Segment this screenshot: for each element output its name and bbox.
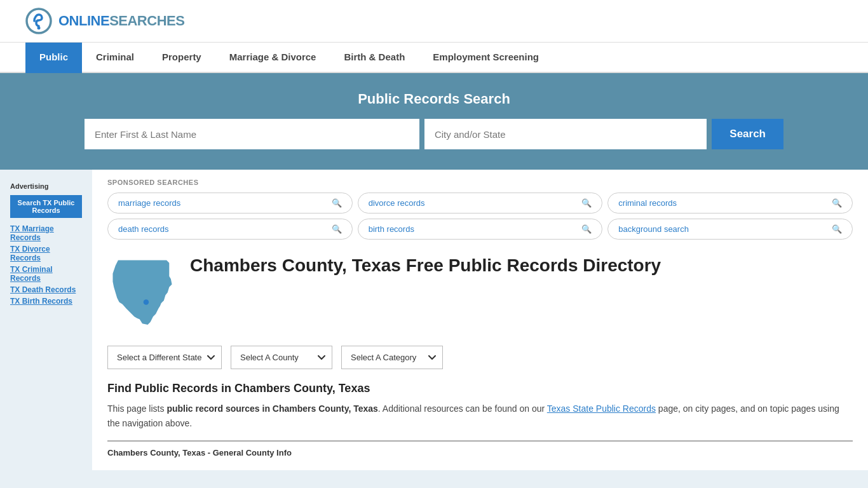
tag-divorce-records[interactable]: divorce records 🔍 — [358, 193, 603, 214]
search-button[interactable]: Search — [712, 119, 783, 149]
page-title: Chambers County, Texas Free Public Recor… — [190, 255, 661, 276]
name-input[interactable] — [85, 119, 419, 149]
state-dropdown[interactable]: Select a Different State — [107, 346, 222, 369]
tag-birth-records[interactable]: birth records 🔍 — [358, 219, 603, 240]
search-icon-2: 🔍 — [832, 198, 842, 208]
logo[interactable]: ONLINESEARCHES — [25, 8, 184, 34]
tag-background-search[interactable]: background search 🔍 — [607, 219, 853, 240]
main-nav: Public Criminal Property Marriage & Divo… — [0, 43, 868, 73]
search-icon-1: 🔍 — [581, 198, 592, 208]
search-banner-title: Public Records Search — [25, 91, 843, 107]
tag-criminal-records[interactable]: criminal records 🔍 — [607, 193, 853, 214]
search-form: Search — [85, 119, 783, 149]
tag-marriage-records[interactable]: marriage records 🔍 — [107, 193, 353, 214]
site-header: ONLINESEARCHES — [0, 0, 868, 43]
nav-employment[interactable]: Employment Screening — [419, 43, 553, 73]
sponsored-tags: marriage records 🔍 divorce records 🔍 cri… — [107, 193, 853, 240]
texas-records-link[interactable]: Texas State Public Records — [547, 403, 656, 414]
sidebar-ad-button[interactable]: Search TX Public Records — [10, 195, 82, 218]
search-banner: Public Records Search Search — [0, 73, 868, 170]
nav-criminal[interactable]: Criminal — [82, 43, 148, 73]
sidebar-link-birth[interactable]: TX Birth Records — [10, 297, 82, 306]
tag-death-records[interactable]: death records 🔍 — [107, 219, 353, 240]
sidebar-link-marriage[interactable]: TX Marriage Records — [10, 224, 82, 242]
logo-text: ONLINESEARCHES — [58, 13, 184, 29]
search-icon-0: 🔍 — [332, 198, 342, 208]
county-dropdown[interactable]: Select A County — [231, 346, 332, 369]
main-content: SPONSORED SEARCHES marriage records 🔍 di… — [92, 170, 868, 470]
dropdowns-row: Select a Different State Select A County… — [107, 346, 853, 369]
category-dropdown[interactable]: Select A Category — [341, 346, 443, 369]
svg-point-1 — [37, 27, 41, 30]
sidebar-link-death[interactable]: TX Death Records — [10, 285, 82, 294]
search-icon-3: 🔍 — [332, 224, 342, 234]
sidebar-link-divorce[interactable]: TX Divorce Records — [10, 245, 82, 262]
svg-point-2 — [144, 299, 149, 304]
logo-icon — [25, 8, 52, 34]
nav-birth-death[interactable]: Birth & Death — [330, 43, 419, 73]
find-records-section: Find Public Records in Chambers County, … — [107, 382, 853, 430]
find-records-desc: This page lists public record sources in… — [107, 402, 853, 430]
county-info-title: Chambers County, Texas - General County … — [107, 448, 853, 458]
sidebar-links: TX Marriage Records TX Divorce Records T… — [10, 224, 82, 306]
sidebar-link-criminal[interactable]: TX Criminal Records — [10, 265, 82, 283]
county-info-bar: Chambers County, Texas - General County … — [107, 440, 853, 458]
texas-map — [107, 255, 177, 332]
nav-property[interactable]: Property — [148, 43, 215, 73]
find-records-title: Find Public Records in Chambers County, … — [107, 382, 853, 395]
content-wrapper: Advertising Search TX Public Records TX … — [0, 170, 868, 470]
nav-public[interactable]: Public — [25, 43, 82, 73]
title-section: Chambers County, Texas Free Public Recor… — [107, 255, 853, 332]
search-icon-4: 🔍 — [581, 224, 592, 234]
nav-marriage-divorce[interactable]: Marriage & Divorce — [215, 43, 330, 73]
texas-map-svg — [107, 255, 177, 330]
location-input[interactable] — [424, 119, 707, 149]
sponsored-label: SPONSORED SEARCHES — [107, 179, 853, 186]
sidebar: Advertising Search TX Public Records TX … — [0, 170, 92, 470]
sidebar-ad-label: Advertising — [10, 182, 82, 190]
search-icon-5: 🔍 — [832, 224, 842, 234]
